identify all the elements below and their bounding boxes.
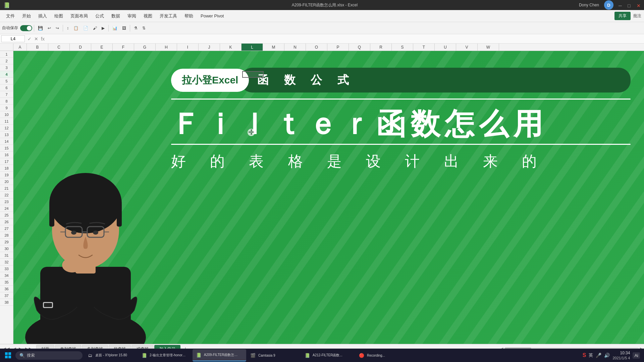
taskbar-item-recording[interactable]: 🔴 Recording... (356, 349, 409, 361)
col-header-P[interactable]: P (327, 44, 349, 51)
cell-reference-box[interactable] (1, 35, 25, 42)
col-header-V[interactable]: V (456, 44, 478, 51)
col-header-B[interactable]: B (27, 44, 48, 51)
menu-powerpivot[interactable]: Power Pivot (197, 12, 227, 20)
formula-check-icon[interactable]: ✓ (28, 36, 32, 42)
sougou-icon[interactable]: S (583, 352, 586, 358)
col-header-T[interactable]: T (413, 44, 435, 51)
col-header-L[interactable]: L (241, 44, 263, 51)
close-btn[interactable]: ✕ (637, 3, 641, 7)
col-header-G[interactable]: G (134, 44, 156, 51)
sheet-content[interactable]: 拉小登Excel 函 数 公 式 Ｆｉｌｔｅｒ函数怎么用 好 的 表 格 是 设… (13, 51, 644, 344)
col-header-Q[interactable]: Q (349, 44, 370, 51)
row-num-11[interactable]: 11 (0, 118, 13, 125)
format-button[interactable]: 🖌 (91, 25, 99, 32)
col-header-H[interactable]: H (156, 44, 177, 51)
row-num-34[interactable]: 34 (0, 272, 13, 279)
row-num-31[interactable]: 31 (0, 252, 13, 259)
taskbar-item-explorer[interactable]: 🗂 桌面 - XYplorer 15.80 (84, 349, 138, 361)
row-num-35[interactable]: 35 (0, 279, 13, 286)
taskbar-item-excel3[interactable]: 📗 A212-FILTER函数... (301, 349, 355, 361)
menu-file[interactable]: 文件 (3, 12, 18, 20)
save-button[interactable]: 💾 (36, 25, 45, 32)
row-num-13[interactable]: 13 (0, 131, 13, 138)
redo-button[interactable]: ↪ (54, 25, 61, 32)
share-button[interactable]: 共享 (614, 12, 631, 20)
menu-formula[interactable]: 公式 (92, 12, 107, 20)
menu-help[interactable]: 帮助 (181, 12, 197, 20)
row-num-1[interactable]: 1 (0, 51, 13, 58)
row-num-32[interactable]: 32 (0, 259, 13, 265)
col-header-R[interactable]: R (370, 44, 392, 51)
row-num-15[interactable]: 15 (0, 145, 13, 152)
col-header-K[interactable]: K (220, 44, 241, 51)
row-num-4[interactable]: 4 (0, 71, 13, 78)
taskbar-item-excel1[interactable]: 📗 2-输出文章管理-honor.xlsm... (138, 349, 192, 361)
maximize-btn[interactable]: □ (628, 3, 632, 7)
row-num-12[interactable]: 12 (0, 125, 13, 131)
speaker-icon[interactable]: 🔊 (604, 353, 610, 358)
more-button[interactable]: ▶ (100, 25, 107, 32)
row-num-22[interactable]: 22 (0, 192, 13, 198)
row-num-7[interactable]: 7 (0, 91, 13, 98)
menu-draw[interactable]: 绘图 (51, 12, 66, 20)
row-num-37[interactable]: 37 (0, 292, 13, 299)
row-num-23[interactable]: 23 (0, 198, 13, 205)
start-button[interactable] (2, 350, 14, 361)
col-header-A[interactable]: A (13, 44, 27, 51)
formula-input[interactable] (46, 36, 643, 41)
col-header-I[interactable]: I (177, 44, 199, 51)
menu-insert[interactable]: 插入 (35, 12, 50, 20)
comment-button[interactable]: 批注 (633, 13, 641, 19)
col-header-J[interactable]: J (199, 44, 220, 51)
sort-asc-button[interactable]: ↕ (65, 25, 71, 32)
col-header-D[interactable]: D (70, 44, 91, 51)
menu-data[interactable]: 数据 (108, 12, 123, 20)
col-header-O[interactable]: O (306, 44, 327, 51)
row-num-8[interactable]: 8 (0, 98, 13, 105)
paste-button[interactable]: 📄 (81, 25, 90, 32)
copy-button[interactable]: 📋 (71, 25, 80, 32)
microphone-icon[interactable]: 🎤 (596, 353, 601, 358)
row-num-16[interactable]: 16 (0, 152, 13, 158)
col-header-M[interactable]: M (263, 44, 284, 51)
col-header-N[interactable]: N (284, 44, 306, 51)
col-header-F[interactable]: F (113, 44, 134, 51)
taskbar-item-camtasia[interactable]: 🎬 Camtasia 9 (247, 349, 301, 361)
taskbar-item-excel2[interactable]: 📗 A209-FILTER函数怎么用.xlsx... (193, 349, 246, 361)
row-num-14[interactable]: 14 (0, 138, 13, 145)
menu-developer[interactable]: 开发工具 (156, 12, 180, 20)
col-header-E[interactable]: E (91, 44, 113, 51)
row-num-36[interactable]: 36 (0, 286, 13, 292)
menu-review[interactable]: 审阅 (124, 12, 140, 20)
ime-english-icon[interactable]: 英 (589, 352, 593, 358)
minimize-btn[interactable]: ─ (619, 3, 623, 7)
row-num-26[interactable]: 26 (0, 219, 13, 225)
taskbar-search-box[interactable]: 🔍 搜索 (15, 351, 83, 360)
col-header-S[interactable]: S (392, 44, 413, 51)
col-header-U[interactable]: U (435, 44, 456, 51)
row-num-6[interactable]: 6 (0, 84, 13, 91)
row-num-5[interactable]: 5 (0, 78, 13, 84)
insert-img-btn[interactable]: 🖼 (120, 25, 128, 32)
row-num-19[interactable]: 19 (0, 172, 13, 178)
row-num-10[interactable]: 10 (0, 111, 13, 118)
row-num-24[interactable]: 24 (0, 205, 13, 212)
formula-cancel-icon[interactable]: ✕ (34, 36, 38, 42)
row-num-25[interactable]: 25 (0, 212, 13, 219)
autosave-toggle[interactable] (20, 25, 32, 31)
row-num-38[interactable]: 38 (0, 299, 13, 306)
col-header-C[interactable]: C (48, 44, 70, 51)
col-header-W[interactable]: W (478, 44, 499, 51)
insert-chart-btn[interactable]: 📊 (110, 25, 119, 32)
sort-btn[interactable]: ⇅ (140, 25, 148, 32)
row-num-2[interactable]: 2 (0, 58, 13, 64)
row-num-3[interactable]: 3 (0, 64, 13, 71)
user-avatar[interactable]: D (604, 0, 613, 10)
row-num-33[interactable]: 33 (0, 265, 13, 272)
row-num-21[interactable]: 21 (0, 185, 13, 192)
menu-pagelayout[interactable]: 页面布局 (67, 12, 91, 20)
row-num-30[interactable]: 30 (0, 245, 13, 252)
menu-home[interactable]: 开始 (19, 12, 34, 20)
filter-btn[interactable]: ⚗ (132, 25, 140, 32)
